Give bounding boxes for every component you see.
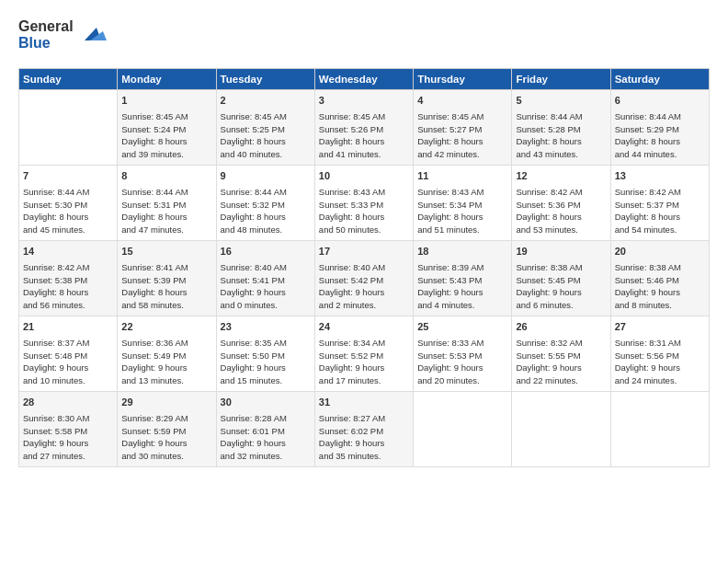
day-info-line: and 0 minutes. — [221, 299, 311, 312]
day-info-line: Daylight: 9 hours — [516, 362, 606, 374]
calendar-cell: 4Sunrise: 8:45 AMSunset: 5:27 PMDaylight… — [414, 90, 512, 166]
day-info-line: Sunrise: 8:43 AM — [319, 186, 409, 199]
day-info-line: Daylight: 8 hours — [121, 286, 211, 299]
day-info-line: and 6 minutes. — [516, 299, 606, 312]
day-info-line: Daylight: 8 hours — [23, 286, 113, 299]
day-number: 25 — [417, 320, 507, 335]
weekday-header-sunday: Sunday — [19, 69, 118, 90]
calendar-cell: 10Sunrise: 8:43 AMSunset: 5:33 PMDayligh… — [314, 166, 413, 241]
calendar-row-2: 14Sunrise: 8:42 AMSunset: 5:38 PMDayligh… — [19, 241, 710, 316]
calendar-cell: 13Sunrise: 8:42 AMSunset: 5:37 PMDayligh… — [610, 166, 709, 241]
day-info-line: Sunrise: 8:42 AM — [516, 186, 606, 199]
calendar-cell: 27Sunrise: 8:31 AMSunset: 5:56 PMDayligh… — [610, 316, 709, 392]
day-info-line: Daylight: 8 hours — [121, 135, 211, 148]
calendar-table: SundayMondayTuesdayWednesdayThursdayFrid… — [18, 68, 710, 467]
day-number: 1 — [121, 94, 211, 109]
day-number: 29 — [121, 396, 211, 410]
day-info-line: Sunset: 5:31 PM — [121, 199, 211, 212]
calendar-cell: 8Sunrise: 8:44 AMSunset: 5:31 PMDaylight… — [118, 166, 216, 241]
day-info-line: Daylight: 8 hours — [516, 211, 606, 224]
day-number: 22 — [121, 320, 211, 335]
calendar-cell: 25Sunrise: 8:33 AMSunset: 5:53 PMDayligh… — [414, 316, 512, 392]
day-info-line: Sunset: 5:41 PM — [221, 274, 311, 287]
day-info-line: and 4 minutes. — [417, 299, 507, 312]
day-info-line: Daylight: 8 hours — [615, 135, 705, 148]
calendar-cell: 29Sunrise: 8:29 AMSunset: 5:59 PMDayligh… — [118, 392, 216, 467]
day-number: 21 — [23, 320, 113, 335]
day-info-line: Daylight: 8 hours — [23, 211, 113, 224]
day-number: 19 — [516, 245, 606, 259]
calendar-row-3: 21Sunrise: 8:37 AMSunset: 5:48 PMDayligh… — [19, 316, 710, 392]
day-info-line: and 53 minutes. — [516, 224, 606, 236]
logo-text: General Blue — [18, 15, 119, 59]
day-number: 11 — [417, 169, 507, 184]
day-info-line: and 13 minutes. — [121, 374, 211, 387]
day-info-line: Sunset: 5:24 PM — [121, 123, 211, 136]
day-info-line: Daylight: 9 hours — [615, 362, 705, 374]
calendar-cell: 20Sunrise: 8:38 AMSunset: 5:46 PMDayligh… — [610, 241, 709, 316]
day-number: 31 — [319, 396, 409, 410]
day-info-line: and 2 minutes. — [319, 299, 409, 312]
day-info-line: Sunset: 5:56 PM — [615, 350, 705, 362]
weekday-header-tuesday: Tuesday — [216, 69, 314, 90]
day-info-line: Daylight: 9 hours — [221, 286, 311, 299]
calendar-cell: 17Sunrise: 8:40 AMSunset: 5:42 PMDayligh… — [314, 241, 413, 316]
day-info-line: and 44 minutes. — [615, 148, 705, 161]
calendar-cell: 23Sunrise: 8:35 AMSunset: 5:50 PMDayligh… — [216, 316, 314, 392]
day-info-line: Sunset: 5:45 PM — [516, 274, 606, 287]
calendar-cell: 1Sunrise: 8:45 AMSunset: 5:24 PMDaylight… — [118, 90, 216, 166]
day-info-line: Daylight: 9 hours — [121, 362, 211, 374]
calendar-cell: 22Sunrise: 8:36 AMSunset: 5:49 PMDayligh… — [118, 316, 216, 392]
day-number: 8 — [121, 169, 211, 184]
day-info-line: and 51 minutes. — [417, 224, 507, 236]
calendar-cell — [19, 90, 118, 166]
day-number: 23 — [221, 320, 311, 335]
day-number: 15 — [121, 245, 211, 259]
day-info-line: Daylight: 8 hours — [615, 211, 705, 224]
day-number: 26 — [516, 320, 606, 335]
day-info-line: Sunrise: 8:45 AM — [221, 110, 311, 123]
day-number: 9 — [221, 169, 311, 184]
day-info-line: Sunset: 5:38 PM — [23, 274, 113, 287]
day-info-line: Sunrise: 8:42 AM — [23, 261, 113, 274]
logo: General Blue — [18, 15, 119, 59]
day-info-line: Sunset: 5:28 PM — [516, 123, 606, 136]
weekday-header-friday: Friday — [512, 69, 610, 90]
weekday-header-saturday: Saturday — [610, 69, 709, 90]
calendar-cell: 14Sunrise: 8:42 AMSunset: 5:38 PMDayligh… — [19, 241, 118, 316]
calendar-cell: 5Sunrise: 8:44 AMSunset: 5:28 PMDaylight… — [512, 90, 610, 166]
calendar-cell: 24Sunrise: 8:34 AMSunset: 5:52 PMDayligh… — [314, 316, 413, 392]
calendar-cell — [414, 392, 512, 467]
day-info-line: Daylight: 9 hours — [121, 437, 211, 450]
day-info-line: Sunset: 5:50 PM — [221, 350, 311, 362]
day-info-line: and 40 minutes. — [221, 148, 311, 161]
day-info-line: Daylight: 9 hours — [417, 286, 507, 299]
day-info-line: and 48 minutes. — [221, 224, 311, 236]
calendar-row-4: 28Sunrise: 8:30 AMSunset: 5:58 PMDayligh… — [19, 392, 710, 467]
day-info-line: Daylight: 9 hours — [23, 437, 113, 450]
day-info-line: Sunset: 5:46 PM — [615, 274, 705, 287]
day-info-line: Daylight: 9 hours — [221, 437, 311, 450]
day-info-line: Sunrise: 8:27 AM — [319, 412, 409, 425]
calendar-cell: 15Sunrise: 8:41 AMSunset: 5:39 PMDayligh… — [118, 241, 216, 316]
day-info-line: Sunrise: 8:37 AM — [23, 337, 113, 350]
calendar-cell: 3Sunrise: 8:45 AMSunset: 5:26 PMDaylight… — [314, 90, 413, 166]
day-info-line: and 32 minutes. — [221, 450, 311, 463]
day-info-line: Daylight: 9 hours — [319, 362, 409, 374]
day-number: 14 — [23, 245, 113, 259]
weekday-header-thursday: Thursday — [414, 69, 512, 90]
day-number: 3 — [319, 94, 409, 109]
page: General Blue SundayMondayTuesdayWednesda… — [0, 0, 728, 563]
day-info-line: Sunrise: 8:38 AM — [516, 261, 606, 274]
day-info-line: and 27 minutes. — [23, 450, 113, 463]
calendar-cell: 28Sunrise: 8:30 AMSunset: 5:58 PMDayligh… — [19, 392, 118, 467]
calendar-cell: 12Sunrise: 8:42 AMSunset: 5:36 PMDayligh… — [512, 166, 610, 241]
calendar-cell: 26Sunrise: 8:32 AMSunset: 5:55 PMDayligh… — [512, 316, 610, 392]
day-info-line: Sunset: 5:55 PM — [516, 350, 606, 362]
day-info-line: Daylight: 8 hours — [417, 211, 507, 224]
calendar-cell: 30Sunrise: 8:28 AMSunset: 6:01 PMDayligh… — [216, 392, 314, 467]
day-info-line: Sunset: 5:36 PM — [516, 199, 606, 212]
weekday-header-wednesday: Wednesday — [314, 69, 413, 90]
day-info-line: Sunset: 5:34 PM — [417, 199, 507, 212]
day-number: 16 — [221, 245, 311, 259]
